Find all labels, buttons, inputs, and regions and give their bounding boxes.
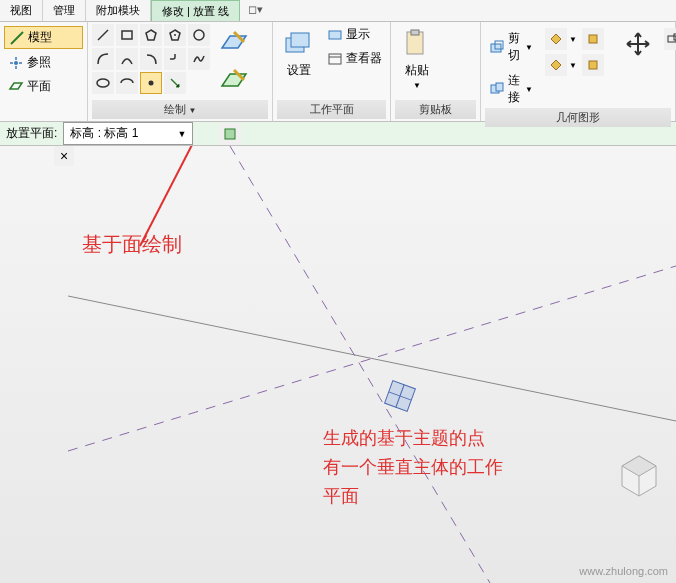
workplane-panel: 设置 显示 查看器 工作平面 — [273, 22, 391, 121]
geometry-panel-title: 几何图形 — [485, 108, 671, 127]
geom-tool-2[interactable] — [582, 28, 604, 50]
partial-ellipse-tool[interactable] — [116, 72, 138, 94]
polygon-tool[interactable] — [140, 24, 162, 46]
pick-lines-tool[interactable] — [164, 72, 186, 94]
annotation-workplane-desc: 生成的基于主题的点 有一个垂直主体的工作 平面 — [323, 424, 503, 510]
by-face-button[interactable] — [216, 24, 252, 60]
svg-rect-17 — [589, 61, 597, 69]
ellipse-tool[interactable] — [92, 72, 114, 94]
point-tool[interactable] — [140, 72, 162, 94]
polygon2-tool[interactable] — [164, 24, 186, 46]
drawing-canvas[interactable]: × 基于面绘制 生成的基于主题的点 有一个垂直主体的工作 平面 www.zhul… — [0, 146, 676, 583]
model-button[interactable]: 模型 — [4, 26, 83, 49]
model-line-icon — [9, 30, 25, 46]
ribbon: 模型 参照 平面 — [0, 22, 676, 122]
annotation-by-face: 基于面绘制 — [82, 231, 182, 258]
clipboard-panel-title: 剪贴板 — [395, 100, 476, 119]
view-cube[interactable] — [614, 451, 664, 501]
workplane-panel-title: 工作平面 — [277, 100, 386, 119]
tab-modify-place-line[interactable]: 修改 | 放置 线 — [151, 0, 240, 21]
spline-tool[interactable] — [188, 48, 210, 70]
options-tool-button[interactable] — [219, 123, 241, 145]
connect-icon — [489, 81, 505, 97]
geometry-panel: 剪切 ▼ 连接 ▼ ▼ ▼ — [481, 22, 676, 121]
fillet-arc-tool[interactable] — [164, 48, 186, 70]
svg-rect-15 — [496, 83, 503, 91]
show-workplane-button[interactable]: 显示 — [323, 24, 386, 45]
tab-view[interactable]: 视图 — [0, 0, 43, 21]
close-panel-button[interactable]: × — [54, 146, 74, 166]
svg-rect-7 — [291, 33, 309, 47]
svg-point-4 — [97, 79, 109, 87]
svg-line-27 — [389, 392, 412, 400]
placement-plane-dropdown[interactable]: 标高 : 标高 1 ▼ — [63, 122, 193, 145]
svg-rect-26 — [385, 381, 416, 412]
viewer-icon — [327, 51, 343, 67]
placement-plane-label: 放置平面: — [6, 125, 57, 142]
svg-rect-18 — [668, 36, 676, 42]
geom-tool-4[interactable] — [582, 54, 604, 76]
plane-icon — [8, 79, 24, 95]
tab-manage[interactable]: 管理 — [43, 0, 86, 21]
dropdown-arrow-icon: ▼ — [177, 129, 186, 139]
connect-geometry-button[interactable]: 连接 ▼ — [485, 70, 537, 108]
draw-tools-panel: 绘制▼ — [88, 22, 273, 121]
svg-line-23 — [68, 296, 676, 421]
reference-button[interactable]: 参照 — [4, 52, 83, 73]
line-tool[interactable] — [92, 24, 114, 46]
svg-point-0 — [14, 61, 18, 65]
geom-tool-1[interactable] — [545, 28, 567, 50]
paste-button[interactable]: 粘贴 ▼ — [395, 24, 439, 100]
ribbon-tabs: 视图 管理 附加模块 修改 | 放置 线 ◻▾ — [0, 0, 676, 22]
svg-rect-12 — [491, 44, 501, 52]
move-icon — [622, 28, 654, 60]
clipboard-panel: 粘贴 ▼ 剪贴板 — [391, 22, 481, 121]
show-icon — [327, 27, 343, 43]
draw-panel-title: 绘制▼ — [92, 100, 268, 119]
viewer-button[interactable]: 查看器 — [323, 48, 386, 69]
by-workplane-icon — [218, 64, 250, 96]
svg-rect-11 — [411, 30, 419, 35]
cut-geometry-button[interactable]: 剪切 ▼ — [485, 28, 537, 66]
by-workplane-button[interactable] — [216, 62, 252, 98]
rectangle-tool[interactable] — [116, 24, 138, 46]
plane-button[interactable]: 平面 — [4, 76, 83, 97]
reference-icon — [8, 55, 24, 71]
set-workplane-button[interactable]: 设置 — [277, 24, 321, 100]
svg-rect-20 — [225, 129, 235, 139]
arc-tangent-tool[interactable] — [140, 48, 162, 70]
arc-start-end-tool[interactable] — [92, 48, 114, 70]
tab-dropdown-icon[interactable]: ◻▾ — [240, 0, 271, 21]
by-face-icon — [218, 26, 250, 58]
geom-tool-3[interactable] — [545, 54, 567, 76]
geom-tool-5[interactable] — [664, 28, 676, 50]
svg-line-24 — [230, 146, 490, 583]
svg-point-5 — [149, 81, 154, 86]
svg-rect-9 — [329, 54, 341, 64]
paste-icon — [401, 28, 433, 60]
watermark: www.zhulong.com — [579, 565, 668, 577]
svg-line-28 — [396, 385, 404, 408]
tab-addon[interactable]: 附加模块 — [86, 0, 151, 21]
svg-rect-16 — [589, 35, 597, 43]
cut-icon — [489, 39, 505, 55]
svg-rect-1 — [122, 31, 132, 39]
arc-center-tool[interactable] — [116, 48, 138, 70]
svg-point-3 — [194, 30, 204, 40]
svg-rect-8 — [329, 31, 341, 39]
circle-tool[interactable] — [188, 24, 210, 46]
move-button[interactable] — [616, 24, 660, 64]
set-icon — [283, 28, 315, 60]
svg-point-2 — [174, 34, 176, 36]
draw-mode-panel: 模型 参照 平面 — [0, 22, 88, 121]
